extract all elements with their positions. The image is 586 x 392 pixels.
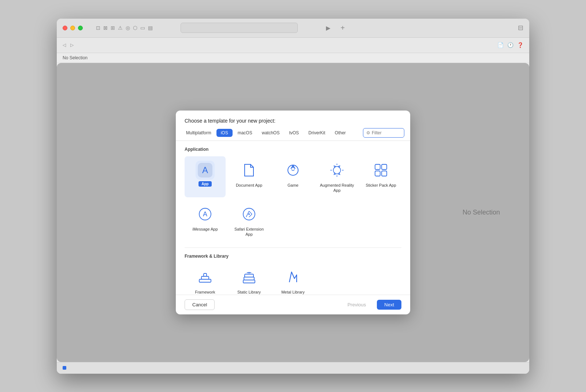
cancel-button[interactable]: Cancel <box>185 299 215 310</box>
svg-rect-20 <box>199 279 211 282</box>
svg-point-3 <box>292 166 294 167</box>
app-icon-container: A <box>196 161 215 180</box>
svg-rect-25 <box>245 274 253 277</box>
close-button[interactable] <box>63 26 67 30</box>
tab-tvos[interactable]: tvOS <box>285 129 303 137</box>
imessage-icon: A <box>196 205 214 223</box>
imessage-app-label: iMessage App <box>192 227 218 232</box>
sidebar-icon: ▤ <box>148 25 153 31</box>
rect-icon: ▭ <box>140 25 145 31</box>
memory-icon: ◎ <box>126 25 130 31</box>
dialog-title: Choose a template for your new project: <box>176 111 410 128</box>
status-indicator <box>63 366 66 370</box>
template-metal-library[interactable]: Metal Library <box>272 263 314 295</box>
svg-rect-22 <box>204 273 207 276</box>
app-icon: A <box>196 161 214 179</box>
svg-rect-24 <box>244 277 254 280</box>
framework-icon <box>196 268 214 286</box>
framework-label: Framework <box>195 290 215 295</box>
build-icon: ⊞ <box>111 25 115 31</box>
status-bar <box>57 362 529 374</box>
template-safari-ext[interactable]: Safari Extension App <box>229 200 270 242</box>
platform-tabs: Multiplatform iOS macOS watchOS tvOS Dri… <box>176 128 410 141</box>
svg-rect-21 <box>201 276 209 279</box>
minimize-button[interactable] <box>70 26 75 30</box>
section-divider <box>185 247 401 248</box>
tab-multiplatform[interactable]: Multiplatform <box>182 129 216 137</box>
modal-overlay: Choose a template for your new project: … <box>57 63 529 362</box>
document-app-icon <box>240 161 258 179</box>
safari-ext-icon-container <box>240 205 259 224</box>
svg-rect-12 <box>382 171 387 176</box>
metal-library-label: Metal Library <box>281 290 305 295</box>
breadcrumb-text: No Selection <box>63 55 88 60</box>
svg-rect-9 <box>375 164 380 169</box>
template-document-app[interactable]: Document App <box>229 156 270 198</box>
add-button[interactable]: + <box>341 24 345 32</box>
forward-nav-icon[interactable]: ▷ <box>70 42 74 48</box>
svg-rect-11 <box>375 171 380 176</box>
safari-ext-label: Safari Extension App <box>231 227 267 237</box>
next-button[interactable]: Next <box>377 300 401 310</box>
sticker-pack-icon <box>372 161 390 179</box>
back-nav-icon[interactable]: ◁ <box>63 42 66 48</box>
template-static-library[interactable]: Static Library <box>229 263 270 295</box>
tab-macos[interactable]: macOS <box>233 129 257 137</box>
maximize-button[interactable] <box>78 26 83 30</box>
svg-rect-23 <box>243 280 255 283</box>
application-templates-grid: A App <box>185 156 401 242</box>
template-ar-app[interactable]: Augmented Reality App <box>316 156 357 198</box>
framework-section-title: Framework & Library <box>185 254 401 259</box>
tab-driverkit[interactable]: DriverKit <box>304 129 330 137</box>
tab-other[interactable]: Other <box>330 129 350 137</box>
template-list: Application A App <box>176 141 410 295</box>
imessage-icon-container: A <box>196 205 215 224</box>
filter-icon: ⚙ <box>366 130 370 135</box>
dialog-footer: Cancel Previous Next <box>176 295 410 314</box>
svg-text:A: A <box>202 165 208 175</box>
title-search-bar[interactable] <box>181 23 298 33</box>
framework-icon-container <box>196 268 215 287</box>
document-app-label: Document App <box>236 183 262 188</box>
app-badge: App <box>199 181 211 187</box>
metal-library-icon-container <box>283 268 303 287</box>
game-label: Game <box>288 183 298 188</box>
previous-button[interactable]: Previous <box>340 300 374 310</box>
inspector-icon[interactable]: ⊟ <box>518 24 523 32</box>
filter-box[interactable]: ⚙ <box>363 128 404 138</box>
static-library-icon-container <box>240 268 259 287</box>
xcode-window: ⊡ ⊠ ⊞ ⚠ ◎ ⬡ ▭ ▤ ▶ + ⊟ ◁ ▷ 📄 🕐 ❓ No Selec… <box>57 19 529 374</box>
ar-app-icon-container <box>327 161 346 180</box>
stop-icon: ⊠ <box>103 25 108 31</box>
svg-point-19 <box>248 213 250 215</box>
file-icon: 📄 <box>497 42 504 48</box>
folder-icon: ⊡ <box>96 25 100 31</box>
static-library-label: Static Library <box>237 290 261 295</box>
sticker-pack-icon-container <box>371 161 390 180</box>
template-app[interactable]: A App <box>185 156 226 198</box>
template-sticker-pack[interactable]: Sticker Pack App <box>360 156 401 198</box>
framework-templates-grid: Framework <box>185 263 401 295</box>
svg-rect-10 <box>382 164 387 169</box>
tab-ios[interactable]: iOS <box>216 129 233 137</box>
filter-input[interactable] <box>372 130 401 135</box>
ar-app-icon <box>328 161 346 179</box>
tab-watchos[interactable]: watchOS <box>257 129 284 137</box>
safari-ext-icon <box>240 205 258 223</box>
template-chooser-dialog: Choose a template for your new project: … <box>176 111 410 314</box>
template-imessage-app[interactable]: A iMessage App <box>185 200 226 242</box>
template-framework[interactable]: Framework <box>185 263 226 295</box>
titlebar: ⊡ ⊠ ⊞ ⚠ ◎ ⬡ ▭ ▤ ▶ + ⊟ <box>57 19 529 38</box>
git-icon: ⬡ <box>133 25 137 31</box>
metal-library-icon <box>284 268 302 286</box>
run-button[interactable]: ▶ <box>326 25 330 31</box>
template-game[interactable]: Game <box>272 156 314 198</box>
clock-icon: 🕐 <box>507 42 513 48</box>
sticker-pack-label: Sticker Pack App <box>366 183 396 188</box>
main-content: No Selection Choose a template for your … <box>57 63 529 362</box>
game-icon-container <box>283 161 303 180</box>
application-section-title: Application <box>185 147 401 152</box>
ar-app-label: Augmented Reality App <box>319 183 355 193</box>
help-icon: ❓ <box>517 42 523 48</box>
warning-icon: ⚠ <box>118 25 123 31</box>
